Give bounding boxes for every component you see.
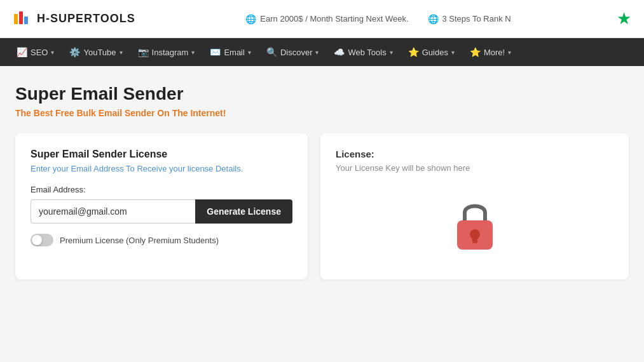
svg-rect-5 [472, 237, 477, 243]
youtube-icon: ⚙️ [69, 47, 80, 57]
promo-2[interactable]: 🌐 3 Steps To Rank N [428, 14, 511, 24]
logo[interactable]: H-SUPERTOOLS [13, 9, 140, 29]
email-input[interactable] [31, 199, 195, 224]
cards-row: Super Email Sender License Enter your Em… [15, 133, 629, 279]
chevron-more: ▾ [508, 49, 511, 56]
top-promos: 🌐 Earn 2000$ / Month Starting Next Week.… [140, 14, 617, 24]
star-icon-top[interactable]: ★ [617, 9, 631, 29]
nav-item-instagram[interactable]: 📷 Instagram ▾ [132, 38, 202, 66]
promo-2-text: 3 Steps To Rank N [442, 14, 511, 23]
right-card: License: Your License Key will be shown … [320, 133, 629, 279]
license-title: License: [336, 149, 613, 159]
nav-label-webtools: Web Tools [348, 48, 386, 57]
nav-item-youtube[interactable]: ⚙️ YouTube ▾ [63, 38, 128, 66]
nav-item-guides[interactable]: ⭐ Guides ▾ [402, 38, 461, 66]
license-hint: Your License Key will be shown here [336, 163, 613, 173]
instagram-icon: 📷 [138, 47, 149, 57]
chevron-youtube: ▾ [120, 49, 123, 56]
email-nav-icon: ✉️ [210, 47, 221, 57]
guides-icon: ⭐ [408, 47, 419, 57]
left-card-hint: Enter your Email Address To Receive your… [31, 164, 292, 173]
nav-item-more[interactable]: ⭐ More! ▾ [463, 38, 517, 66]
page-subtitle: The Best Free Bulk Email Sender On The I… [15, 108, 629, 118]
nav-item-webtools[interactable]: ☁️ Web Tools ▾ [327, 38, 399, 66]
promo-1[interactable]: 🌐 Earn 2000$ / Month Starting Next Week. [245, 14, 408, 24]
svg-rect-1 [19, 11, 23, 24]
lock-icon [449, 198, 500, 255]
chevron-discover: ▾ [315, 49, 319, 56]
generate-license-button[interactable]: Generate License [195, 199, 292, 224]
discover-icon: 🔍 [266, 47, 277, 57]
nav-label-email: Email [224, 48, 245, 57]
more-icon: ⭐ [470, 47, 481, 57]
svg-rect-0 [14, 14, 18, 24]
chevron-guides: ▾ [451, 49, 455, 56]
toggle-label: Premium License (Only Premium Students) [60, 236, 219, 245]
nav-label-discover: Discover [280, 48, 313, 57]
logo-icon [13, 9, 33, 29]
seo-icon: 📈 [17, 47, 27, 57]
promo-1-text: Earn 2000$ / Month Starting Next Week. [260, 14, 408, 23]
nav-item-email[interactable]: ✉️ Email ▾ [203, 38, 257, 66]
nav-item-discover[interactable]: 🔍 Discover ▾ [260, 38, 325, 66]
email-label: Email Address: [31, 185, 292, 194]
chevron-instagram: ▾ [191, 49, 195, 56]
chevron-webtools: ▾ [390, 49, 393, 56]
toggle-knob [32, 235, 42, 245]
top-bar: H-SUPERTOOLS 🌐 Earn 2000$ / Month Starti… [0, 0, 644, 38]
premium-toggle[interactable] [31, 234, 53, 246]
toggle-row: Premium License (Only Premium Students) [31, 234, 292, 246]
brand-name: H-SUPERTOOLS [37, 12, 135, 25]
globe-icon-2: 🌐 [428, 14, 439, 24]
nav-label-instagram: Instagram [152, 48, 189, 57]
webtools-icon: ☁️ [334, 47, 345, 57]
nav-item-seo[interactable]: 📈 SEO ▾ [10, 38, 60, 66]
nav-label-seo: SEO [31, 48, 48, 57]
chevron-seo: ▾ [51, 49, 54, 56]
globe-icon-1: 🌐 [245, 14, 256, 24]
main-content: Super Email Sender The Best Free Bulk Em… [0, 66, 644, 297]
nav-bar: 📈 SEO ▾ ⚙️ YouTube ▾ 📷 Instagram ▾ ✉️ Em… [0, 38, 644, 66]
nav-label-youtube: YouTube [83, 48, 116, 57]
chevron-email: ▾ [248, 49, 251, 56]
nav-label-guides: Guides [422, 48, 448, 57]
left-card: Super Email Sender License Enter your Em… [15, 133, 308, 279]
svg-rect-2 [24, 17, 28, 24]
nav-label-more: More! [484, 48, 505, 57]
page-title: Super Email Sender [15, 84, 629, 104]
input-row: Generate License [31, 199, 292, 224]
lock-container [336, 188, 613, 264]
left-card-title: Super Email Sender License [31, 149, 292, 160]
